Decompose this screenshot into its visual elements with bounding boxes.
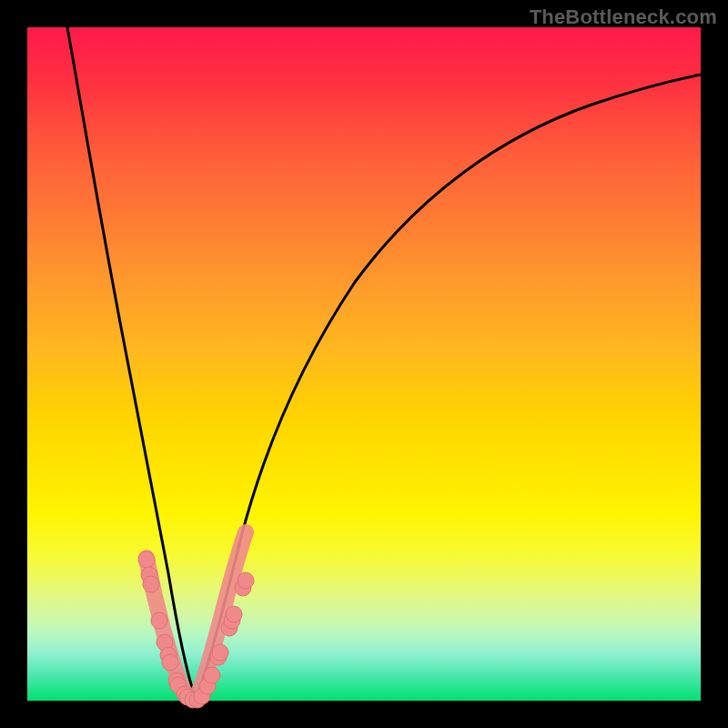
watermark-label: TheBottleneck.com <box>530 5 717 29</box>
plot-area <box>27 27 701 701</box>
chart-svg <box>27 27 701 701</box>
svg-point-2 <box>143 576 159 592</box>
svg-point-22 <box>238 572 254 589</box>
svg-point-6 <box>162 654 178 671</box>
svg-point-0 <box>138 551 155 568</box>
svg-point-3 <box>151 612 167 629</box>
svg-point-17 <box>212 644 228 661</box>
svg-point-20 <box>226 606 242 622</box>
right-curve <box>196 75 701 699</box>
chart-container: TheBottleneck.com <box>0 0 728 728</box>
left-curve <box>67 27 196 699</box>
svg-point-15 <box>204 667 220 683</box>
